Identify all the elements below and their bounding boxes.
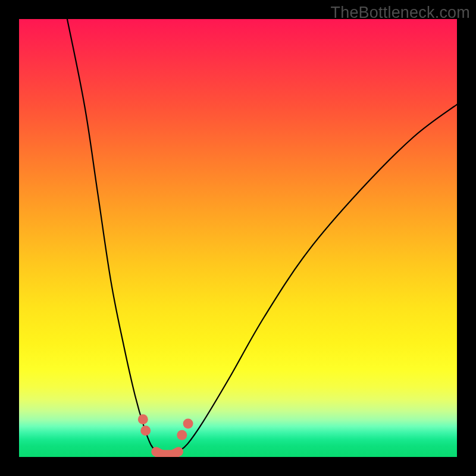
left-lower-dot: [140, 425, 151, 436]
right-upper-dot: [183, 419, 193, 429]
right-lower-dot: [177, 430, 187, 440]
curve-layer: [19, 19, 457, 457]
curve-right-arm: [178, 105, 457, 452]
chart-frame: TheBottleneck.com: [0, 0, 476, 476]
plot-area: [19, 19, 457, 457]
marker-dots: [138, 414, 193, 440]
watermark-text: TheBottleneck.com: [330, 4, 470, 22]
left-upper-dot: [138, 414, 148, 424]
trough-segment: [156, 452, 178, 455]
curve-left-arm: [67, 19, 156, 452]
